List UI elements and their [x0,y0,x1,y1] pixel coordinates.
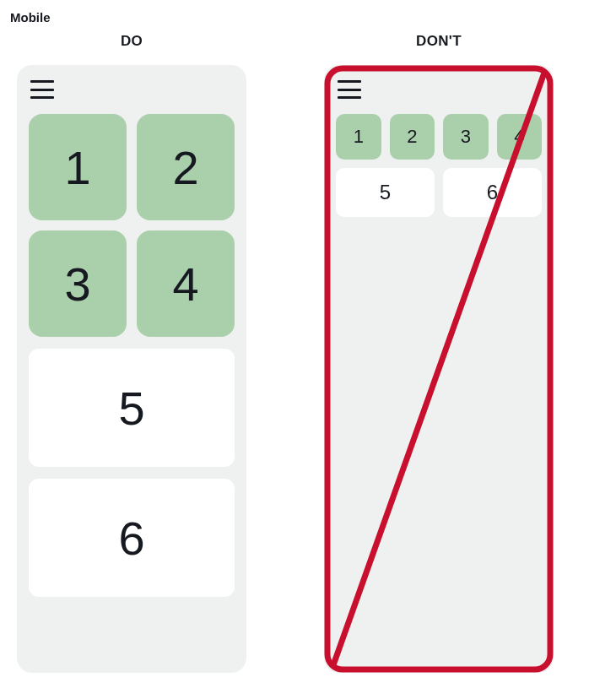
dont-phone-mock: 1 2 3 4 5 6 [324,65,554,673]
tile-1: 1 [29,114,127,220]
tile-5: 5 [29,349,235,467]
dont-column: DON'T 1 2 3 4 5 6 [324,33,554,673]
do-phone-mock: 1 2 3 4 5 6 [17,65,246,673]
hamburger-icon [30,80,54,99]
dont-label: DON'T [416,33,462,50]
tile-3: 3 [29,230,127,337]
hamburger-icon [338,80,361,99]
section-label: Mobile [10,10,606,24]
tile-1: 1 [336,114,381,160]
do-label: DO [121,33,143,50]
comparison-row: DO 1 2 3 4 5 6 DON'T 1 2 3 4 [10,33,606,673]
do-column: DO 1 2 3 4 5 6 [17,33,246,673]
tile-5: 5 [336,168,435,217]
svg-line-1 [334,75,543,663]
tile-2: 2 [137,114,235,220]
dont-green-row: 1 2 3 4 [336,114,542,160]
dont-white-row: 5 6 [336,168,542,217]
tile-6: 6 [29,479,235,597]
tile-3: 3 [443,114,489,160]
tile-4: 4 [497,114,543,160]
do-green-grid: 1 2 3 4 [29,114,235,337]
tile-6: 6 [443,168,542,217]
tile-2: 2 [390,114,435,160]
tile-4: 4 [137,230,235,337]
